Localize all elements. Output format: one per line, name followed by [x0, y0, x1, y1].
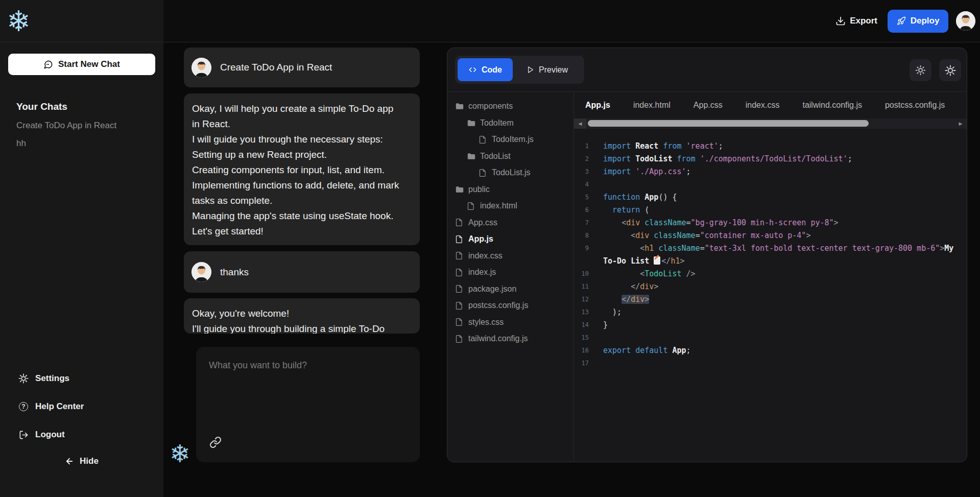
tree-item-label: public [468, 185, 490, 194]
code-line: 14} [574, 319, 967, 332]
deploy-button[interactable]: Deploy [888, 10, 948, 33]
file-tab-App.css[interactable]: App.css [694, 101, 723, 110]
code-line: 15 [574, 332, 967, 344]
file-tab-index.css[interactable]: index.css [746, 101, 780, 110]
line-number: 2 [574, 153, 589, 165]
help-icon: ? [18, 401, 29, 412]
line-number: 7 [574, 217, 589, 229]
tree-item-label: TodoItem.js [492, 135, 534, 144]
start-new-chat-label: Start New Chat [58, 59, 120, 69]
file-tab-postcss.config.js[interactable]: postcss.config.js [885, 101, 945, 110]
editor-panel-header: CodePreview [447, 48, 967, 92]
scrollbar-thumb[interactable] [588, 120, 869, 127]
code-line: 16export default App; [574, 344, 967, 357]
header-divider [0, 42, 980, 42]
view-tab-preview[interactable]: Preview [513, 58, 582, 81]
assistant-message-line: I'll guide you through building a simple… [192, 321, 401, 334]
code-icon [468, 66, 477, 74]
tree-item-index.js[interactable]: index.js [447, 264, 573, 281]
file-tab-App.js[interactable]: App.js [585, 101, 610, 110]
sidebar-menu-help-center[interactable]: ?Help Center [18, 400, 151, 413]
tree-item-label: postcss.config.js [468, 301, 528, 310]
code-line: 10 <TodoList /> [574, 268, 967, 280]
user-message: thanks [184, 251, 420, 293]
theme-brightness-button[interactable] [910, 59, 931, 81]
tree-item-TodoItem.js[interactable]: TodoItem.js [447, 131, 573, 148]
gear-icon [945, 65, 956, 76]
tree-item-postcss.config.js[interactable]: postcss.config.js [447, 297, 573, 314]
code-line: 3import './App.css'; [574, 165, 967, 178]
code-editor: App.jsindex.htmlApp.cssindex.csstailwind… [574, 92, 967, 462]
file-icon [467, 202, 476, 210]
attach-link-icon[interactable] [209, 436, 222, 448]
tree-item-App.css[interactable]: App.css [447, 215, 573, 231]
sidebar-chat-item[interactable]: hh [16, 138, 154, 149]
tree-item-index.css[interactable]: index.css [447, 248, 573, 265]
user-message-text: thanks [220, 267, 249, 278]
tree-item-App.js[interactable]: App.js [447, 231, 573, 248]
code-line: 1import React from 'react'; [574, 140, 967, 153]
scroll-right-arrow[interactable]: ▶ [954, 119, 967, 129]
folder-icon [456, 102, 464, 111]
code-line: 12 </div> [574, 293, 967, 306]
sidebar-menu-label: Settings [35, 373, 69, 384]
line-number: 10 [574, 268, 589, 280]
tree-item-label: App.js [468, 234, 493, 244]
folder-icon [467, 152, 476, 160]
view-tab-code[interactable]: Code [458, 58, 513, 81]
hide-sidebar-button[interactable]: Hide [0, 456, 163, 466]
arrow-left-icon [65, 457, 74, 466]
memo-emoji-icon [654, 256, 660, 265]
start-new-chat-button[interactable]: Start New Chat [8, 54, 155, 75]
sidebar-chat-item[interactable]: Create ToDo App in React [16, 120, 154, 131]
tree-item-styles.css[interactable]: styles.css [447, 314, 573, 331]
user-message-avatar [192, 58, 211, 78]
sidebar: ❄ Start New Chat Your Chats Create ToDo … [0, 0, 163, 497]
sidebar-menu-settings[interactable]: Settings [18, 372, 151, 385]
snowflake-decoration-icon: ❄ [170, 439, 190, 468]
editor-panel: CodePreview componentsTodoItemTodoItem.j… [447, 48, 967, 462]
sidebar-menu-label: Logout [35, 430, 65, 440]
chat-input[interactable] [209, 360, 408, 427]
user-avatar[interactable] [956, 11, 975, 31]
file-icon [479, 169, 488, 177]
sidebar-menu-logout[interactable]: Logout [18, 428, 151, 441]
file-tab-tailwind.config.js[interactable]: tailwind.config.js [802, 101, 862, 110]
line-number: 17 [574, 357, 589, 370]
file-icon [456, 251, 464, 260]
code-line: 9 <h1 className="text-3xl font-bold text… [574, 242, 967, 255]
assistant-message-line: Okay, I will help you create a simple To… [192, 101, 401, 132]
file-icon [456, 268, 464, 277]
line-number: 15 [574, 332, 589, 344]
line-number: 11 [574, 280, 589, 293]
code-line: To-Do List </h1> [574, 255, 967, 268]
tree-item-package.json[interactable]: package.json [447, 281, 573, 298]
tree-item-index.html[interactable]: index.html [447, 198, 573, 215]
line-number: 13 [574, 306, 589, 319]
tree-item-TodoList.js[interactable]: TodoList.js [447, 164, 573, 181]
download-icon [835, 16, 846, 26]
file-tab-index.html[interactable]: index.html [633, 101, 671, 110]
tree-item-components[interactable]: components [447, 98, 573, 115]
hide-label: Hide [80, 456, 99, 466]
editor-settings-button[interactable] [939, 59, 961, 81]
tree-item-public[interactable]: public [447, 181, 573, 198]
tree-item-label: index.css [468, 251, 503, 261]
scroll-left-arrow[interactable]: ◀ [574, 119, 586, 129]
tree-item-TodoItem[interactable]: TodoItem [447, 115, 573, 132]
export-button[interactable]: Export [835, 16, 877, 26]
line-number: 1 [574, 140, 589, 153]
tree-item-label: components [468, 102, 513, 111]
file-icon [456, 301, 464, 310]
deploy-label: Deploy [911, 16, 940, 26]
view-toggle: CodePreview [455, 56, 584, 84]
code-area[interactable]: 1import React from 'react';2import TodoL… [574, 129, 967, 462]
line-number: 3 [574, 165, 589, 178]
rocket-icon [897, 16, 906, 26]
tree-item-tailwind.config.js[interactable]: tailwind.config.js [447, 330, 573, 347]
chat-list: Create ToDo App in Reacthh [16, 120, 154, 156]
tree-item-TodoList[interactable]: TodoList [447, 148, 573, 165]
line-number: 8 [574, 229, 589, 242]
code-line: 2import TodoList from './components/Todo… [574, 153, 967, 165]
assistant-message-line: Okay, you're welcome! [192, 306, 401, 321]
